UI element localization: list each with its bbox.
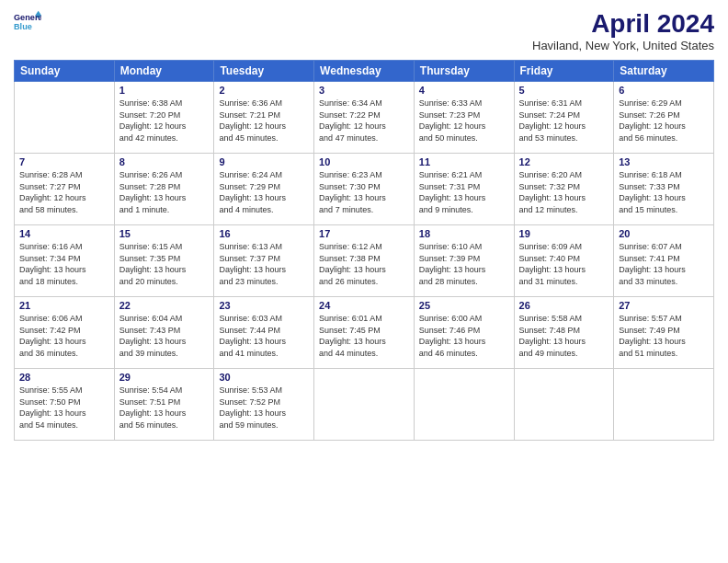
day-info: Sunrise: 6:06 AM Sunset: 7:42 PM Dayligh… (19, 313, 109, 359)
day-number: 3 (319, 85, 409, 96)
day-cell: 7Sunrise: 6:28 AM Sunset: 7:27 PM Daylig… (15, 154, 115, 225)
day-number: 13 (619, 156, 709, 167)
day-info: Sunrise: 6:21 AM Sunset: 7:31 PM Dayligh… (419, 169, 509, 215)
day-cell: 21Sunrise: 6:06 AM Sunset: 7:42 PM Dayli… (15, 297, 115, 369)
col-header-tuesday: Tuesday (214, 61, 314, 82)
day-cell: 9Sunrise: 6:24 AM Sunset: 7:29 PM Daylig… (214, 154, 314, 225)
header-row: SundayMondayTuesdayWednesdayThursdayFrid… (15, 61, 714, 82)
day-cell: 1Sunrise: 6:38 AM Sunset: 7:20 PM Daylig… (114, 82, 214, 154)
day-number: 24 (319, 300, 409, 311)
day-number: 10 (319, 156, 409, 167)
day-cell: 5Sunrise: 6:31 AM Sunset: 7:24 PM Daylig… (514, 82, 614, 154)
day-cell: 24Sunrise: 6:01 AM Sunset: 7:45 PM Dayli… (314, 297, 415, 369)
day-number: 19 (519, 228, 609, 239)
day-number: 8 (119, 156, 210, 167)
day-info: Sunrise: 6:01 AM Sunset: 7:45 PM Dayligh… (319, 313, 409, 359)
day-info: Sunrise: 6:09 AM Sunset: 7:40 PM Dayligh… (519, 241, 609, 287)
day-cell: 8Sunrise: 6:26 AM Sunset: 7:28 PM Daylig… (114, 154, 214, 225)
day-cell: 26Sunrise: 5:58 AM Sunset: 7:48 PM Dayli… (514, 297, 614, 369)
day-cell: 4Sunrise: 6:33 AM Sunset: 7:23 PM Daylig… (414, 82, 514, 154)
day-info: Sunrise: 6:33 AM Sunset: 7:23 PM Dayligh… (419, 98, 509, 144)
week-row-2: 7Sunrise: 6:28 AM Sunset: 7:27 PM Daylig… (15, 154, 714, 225)
day-number: 18 (419, 228, 509, 239)
day-info: Sunrise: 6:15 AM Sunset: 7:35 PM Dayligh… (119, 241, 210, 287)
day-cell (614, 369, 714, 441)
day-cell: 22Sunrise: 6:04 AM Sunset: 7:43 PM Dayli… (114, 297, 214, 369)
day-cell: 15Sunrise: 6:15 AM Sunset: 7:35 PM Dayli… (114, 225, 214, 297)
day-info: Sunrise: 6:36 AM Sunset: 7:21 PM Dayligh… (219, 98, 309, 144)
day-info: Sunrise: 5:54 AM Sunset: 7:51 PM Dayligh… (119, 385, 210, 431)
day-info: Sunrise: 6:24 AM Sunset: 7:29 PM Dayligh… (219, 169, 309, 215)
day-info: Sunrise: 6:23 AM Sunset: 7:30 PM Dayligh… (319, 169, 409, 215)
day-info: Sunrise: 6:26 AM Sunset: 7:28 PM Dayligh… (119, 169, 210, 215)
col-header-saturday: Saturday (614, 61, 714, 82)
day-number: 21 (19, 300, 109, 311)
day-cell: 17Sunrise: 6:12 AM Sunset: 7:38 PM Dayli… (314, 225, 415, 297)
day-info: Sunrise: 6:34 AM Sunset: 7:22 PM Dayligh… (319, 98, 409, 144)
day-number: 20 (619, 228, 709, 239)
day-cell: 10Sunrise: 6:23 AM Sunset: 7:30 PM Dayli… (314, 154, 415, 225)
col-header-wednesday: Wednesday (314, 61, 415, 82)
day-number: 1 (119, 85, 210, 96)
day-cell: 14Sunrise: 6:16 AM Sunset: 7:34 PM Dayli… (15, 225, 115, 297)
day-info: Sunrise: 6:18 AM Sunset: 7:33 PM Dayligh… (619, 169, 709, 215)
day-cell: 19Sunrise: 6:09 AM Sunset: 7:40 PM Dayli… (514, 225, 614, 297)
week-row-1: 1Sunrise: 6:38 AM Sunset: 7:20 PM Daylig… (15, 82, 714, 154)
day-number: 9 (219, 156, 309, 167)
day-number: 2 (219, 85, 309, 96)
day-cell: 25Sunrise: 6:00 AM Sunset: 7:46 PM Dayli… (414, 297, 514, 369)
day-info: Sunrise: 5:55 AM Sunset: 7:50 PM Dayligh… (19, 385, 109, 431)
day-cell (314, 369, 415, 441)
col-header-thursday: Thursday (414, 61, 514, 82)
day-info: Sunrise: 6:38 AM Sunset: 7:20 PM Dayligh… (119, 98, 210, 144)
day-cell: 16Sunrise: 6:13 AM Sunset: 7:37 PM Dayli… (214, 225, 314, 297)
day-number: 29 (119, 372, 210, 383)
day-cell: 11Sunrise: 6:21 AM Sunset: 7:31 PM Dayli… (414, 154, 514, 225)
day-info: Sunrise: 6:00 AM Sunset: 7:46 PM Dayligh… (419, 313, 509, 359)
day-number: 25 (419, 300, 509, 311)
day-cell: 3Sunrise: 6:34 AM Sunset: 7:22 PM Daylig… (314, 82, 415, 154)
week-row-4: 21Sunrise: 6:06 AM Sunset: 7:42 PM Dayli… (15, 297, 714, 369)
day-number: 5 (519, 85, 609, 96)
day-cell: 29Sunrise: 5:54 AM Sunset: 7:51 PM Dayli… (114, 369, 214, 441)
day-cell (15, 82, 115, 154)
day-info: Sunrise: 5:57 AM Sunset: 7:49 PM Dayligh… (619, 313, 709, 359)
subtitle: Haviland, New York, United States (532, 39, 714, 52)
day-number: 22 (119, 300, 210, 311)
logo: General Blue (14, 9, 41, 37)
calendar-page: General Blue April 2024 Haviland, New Yo… (0, 0, 728, 563)
day-cell (414, 369, 514, 441)
day-info: Sunrise: 6:04 AM Sunset: 7:43 PM Dayligh… (119, 313, 210, 359)
day-info: Sunrise: 6:29 AM Sunset: 7:26 PM Dayligh… (619, 98, 709, 144)
day-info: Sunrise: 5:58 AM Sunset: 7:48 PM Dayligh… (519, 313, 609, 359)
day-cell: 13Sunrise: 6:18 AM Sunset: 7:33 PM Dayli… (614, 154, 714, 225)
day-cell: 27Sunrise: 5:57 AM Sunset: 7:49 PM Dayli… (614, 297, 714, 369)
header: General Blue April 2024 Haviland, New Yo… (14, 9, 714, 52)
day-number: 16 (219, 228, 309, 239)
day-number: 11 (419, 156, 509, 167)
day-number: 14 (19, 228, 109, 239)
day-cell: 2Sunrise: 6:36 AM Sunset: 7:21 PM Daylig… (214, 82, 314, 154)
day-number: 27 (619, 300, 709, 311)
day-cell: 18Sunrise: 6:10 AM Sunset: 7:39 PM Dayli… (414, 225, 514, 297)
day-cell: 6Sunrise: 6:29 AM Sunset: 7:26 PM Daylig… (614, 82, 714, 154)
day-cell (514, 369, 614, 441)
day-number: 12 (519, 156, 609, 167)
day-number: 17 (319, 228, 409, 239)
logo-icon: General Blue (14, 9, 41, 37)
day-number: 23 (219, 300, 309, 311)
day-number: 4 (419, 85, 509, 96)
day-cell: 28Sunrise: 5:55 AM Sunset: 7:50 PM Dayli… (15, 369, 115, 441)
day-info: Sunrise: 5:53 AM Sunset: 7:52 PM Dayligh… (219, 385, 309, 431)
main-title: April 2024 (532, 9, 714, 39)
day-number: 30 (219, 372, 309, 383)
col-header-monday: Monday (114, 61, 214, 82)
week-row-3: 14Sunrise: 6:16 AM Sunset: 7:34 PM Dayli… (15, 225, 714, 297)
day-number: 7 (19, 156, 109, 167)
title-block: April 2024 Haviland, New York, United St… (532, 9, 714, 52)
svg-text:Blue: Blue (14, 22, 32, 31)
day-info: Sunrise: 6:31 AM Sunset: 7:24 PM Dayligh… (519, 98, 609, 144)
day-info: Sunrise: 6:13 AM Sunset: 7:37 PM Dayligh… (219, 241, 309, 287)
day-number: 28 (19, 372, 109, 383)
day-number: 26 (519, 300, 609, 311)
